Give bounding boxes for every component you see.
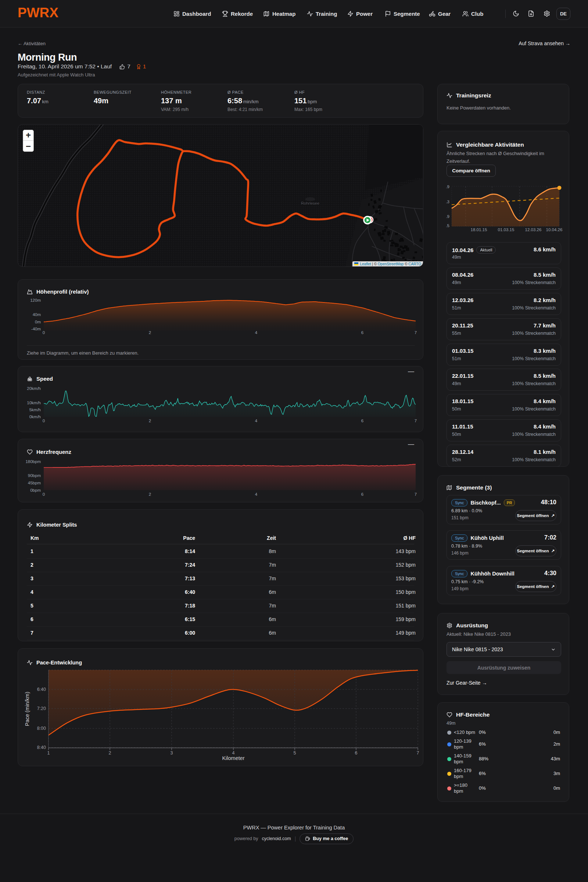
svg-text:7: 7 bbox=[414, 330, 417, 335]
svg-text:.9: .9 bbox=[446, 184, 450, 189]
svg-text:6: 6 bbox=[361, 492, 363, 496]
svg-text:2: 2 bbox=[149, 418, 151, 423]
svg-text:4: 4 bbox=[255, 330, 258, 335]
svg-text:10.04.26: 10.04.26 bbox=[546, 228, 562, 232]
svg-text:3: 3 bbox=[171, 750, 173, 756]
svg-text:45bpm: 45bpm bbox=[28, 481, 41, 485]
svg-text:2: 2 bbox=[109, 750, 111, 756]
svg-text:0: 0 bbox=[43, 492, 45, 496]
svg-text:10km/h: 10km/h bbox=[27, 400, 41, 405]
svg-text:5: 5 bbox=[294, 750, 296, 756]
svg-text:0: 0 bbox=[43, 418, 45, 423]
svg-text:.9: .9 bbox=[446, 214, 450, 219]
svg-text:2: 2 bbox=[149, 492, 151, 496]
svg-text:0m: 0m bbox=[35, 320, 41, 324]
svg-text:0: 0 bbox=[43, 330, 45, 335]
svg-text:.3: .3 bbox=[446, 200, 450, 204]
svg-text:18.01.15: 18.01.15 bbox=[471, 228, 487, 232]
svg-text:4: 4 bbox=[255, 492, 258, 496]
svg-text:-40m: -40m bbox=[31, 327, 41, 331]
svg-text:8:00: 8:00 bbox=[37, 726, 46, 731]
svg-text:6: 6 bbox=[361, 330, 363, 335]
svg-text:7: 7 bbox=[414, 492, 417, 496]
svg-text:6:40: 6:40 bbox=[37, 687, 46, 692]
svg-text:Kilometer: Kilometer bbox=[222, 755, 244, 761]
svg-text:01.03.15: 01.03.15 bbox=[498, 228, 514, 232]
svg-text:6: 6 bbox=[355, 750, 358, 756]
svg-text:7:20: 7:20 bbox=[37, 706, 46, 711]
svg-text:2: 2 bbox=[149, 330, 151, 335]
svg-text:20km/h: 20km/h bbox=[27, 386, 41, 391]
svg-text:Rohrlesee: Rohrlesee bbox=[301, 201, 320, 206]
svg-text:7: 7 bbox=[414, 418, 417, 423]
svg-text:4: 4 bbox=[232, 750, 235, 756]
svg-text:90bpm: 90bpm bbox=[28, 473, 41, 478]
svg-text:4: 4 bbox=[255, 418, 258, 423]
svg-text:0bpm: 0bpm bbox=[30, 488, 41, 492]
svg-text:12.03.26: 12.03.26 bbox=[525, 228, 542, 232]
svg-text:1: 1 bbox=[47, 750, 50, 756]
svg-text:.5: .5 bbox=[446, 224, 450, 228]
svg-text:8:40: 8:40 bbox=[37, 745, 46, 750]
svg-text:40m: 40m bbox=[33, 312, 41, 317]
svg-text:Pace (min/km): Pace (min/km) bbox=[24, 692, 30, 726]
svg-text:120m: 120m bbox=[30, 298, 41, 303]
svg-text:180bpm: 180bpm bbox=[26, 459, 41, 464]
svg-text:7: 7 bbox=[417, 750, 419, 756]
svg-text:5km/h: 5km/h bbox=[29, 408, 41, 412]
svg-text:6: 6 bbox=[361, 418, 363, 423]
svg-text:0km/h: 0km/h bbox=[29, 414, 41, 419]
